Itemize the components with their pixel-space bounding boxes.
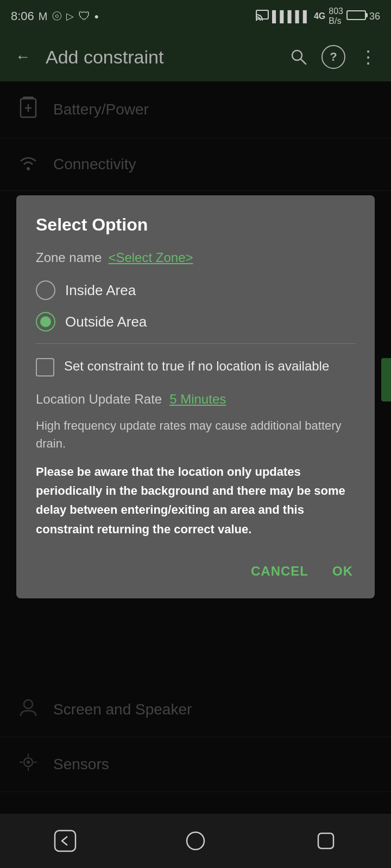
warning-text: Please be aware that the location only u…: [36, 462, 355, 539]
location-rate-row: Location Update Rate 5 Minutes: [36, 392, 355, 407]
shield-icon: 🛡: [78, 9, 90, 23]
maps-icon: M: [39, 10, 48, 23]
signal-icon: ▌▌▌▌▌: [272, 10, 311, 23]
menu-button[interactable]: ⋮: [356, 45, 380, 69]
radio-outside-area[interactable]: Outside Area: [36, 312, 355, 331]
dialog-title: Select Option: [36, 215, 355, 235]
help-button[interactable]: ?: [321, 45, 345, 69]
nav-back-button[interactable]: [49, 825, 81, 857]
nav-home-button[interactable]: [179, 825, 212, 857]
svg-rect-16: [55, 831, 75, 851]
speed-indicator: 803B/s: [329, 7, 343, 26]
svg-point-17: [187, 832, 204, 850]
status-bar: 8:06 M ⦾ ▷ 🛡 ● ▌▌▌▌▌ 4G 803B/s 36: [0, 0, 391, 33]
radio-outside-circle: [36, 312, 55, 331]
nav-recent-button[interactable]: [310, 825, 342, 857]
status-left: 8:06 M ⦾ ▷ 🛡 ●: [11, 9, 99, 23]
radio-inside-circle: [36, 280, 55, 300]
app-bar: ← Add constraint ? ⋮: [0, 33, 391, 81]
no-location-checkbox-row[interactable]: Set constraint to true if no location is…: [36, 357, 355, 376]
cast-icon-status: [256, 10, 269, 23]
location-rate-value[interactable]: 5 Minutes: [169, 392, 226, 407]
divider: [36, 343, 355, 344]
cancel-button[interactable]: CANCEL: [249, 559, 311, 583]
signal4g-icon: 4G: [314, 11, 325, 21]
no-location-checkbox[interactable]: [36, 358, 54, 376]
radio-inside-label: Inside Area: [65, 282, 136, 299]
dialog-buttons: CANCEL OK: [36, 554, 355, 583]
camera-icon: ⦾: [52, 9, 62, 23]
page-title: Add constraint: [46, 47, 276, 68]
radio-inside-area[interactable]: Inside Area: [36, 280, 355, 300]
zone-name-row: Zone name <Select Zone>: [36, 250, 355, 265]
battery-percent: 36: [369, 11, 380, 22]
battery-icon: [346, 10, 366, 23]
back-button[interactable]: ←: [11, 45, 35, 69]
play-icon: ▷: [66, 10, 74, 22]
status-time: 8:06: [11, 9, 34, 23]
radio-outside-dot: [40, 316, 51, 327]
svg-line-3: [301, 59, 306, 64]
search-button[interactable]: [287, 45, 311, 69]
nav-bar: [0, 814, 391, 868]
no-location-label: Set constraint to true if no location is…: [64, 357, 329, 375]
ok-button[interactable]: OK: [330, 559, 355, 583]
radio-outside-label: Outside Area: [65, 314, 147, 330]
dot-icon: ●: [94, 12, 99, 21]
info-text: High frequency update rates may cause ad…: [36, 417, 355, 452]
select-option-dialog: Select Option Zone name <Select Zone> In…: [16, 195, 375, 598]
status-right: ▌▌▌▌▌ 4G 803B/s 36: [256, 7, 380, 26]
zone-name-label: Zone name: [36, 250, 102, 265]
location-rate-label: Location Update Rate: [36, 392, 162, 407]
svg-rect-18: [318, 833, 333, 848]
zone-name-value[interactable]: <Select Zone>: [108, 250, 193, 265]
